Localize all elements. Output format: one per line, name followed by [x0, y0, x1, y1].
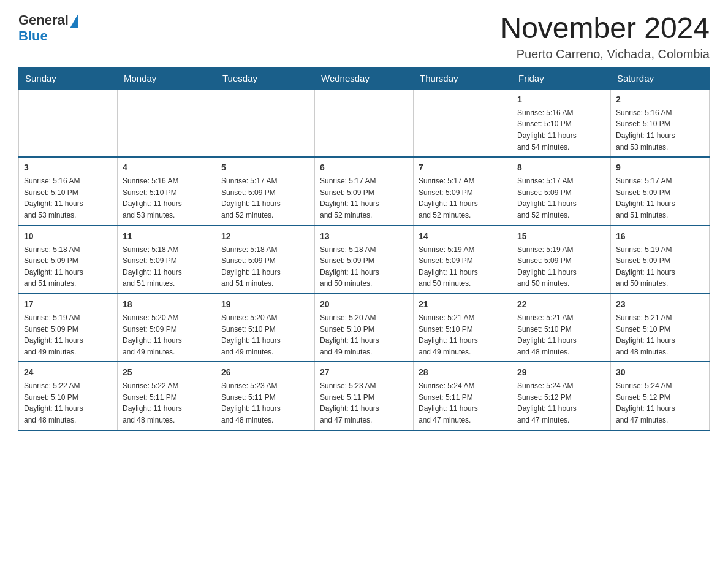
calendar-cell: 26Sunrise: 5:23 AM Sunset: 5:11 PM Dayli…	[216, 362, 315, 430]
logo-triangle-icon	[70, 13, 78, 28]
day-info: Sunrise: 5:23 AM Sunset: 5:11 PM Dayligh…	[320, 380, 408, 426]
calendar-cell: 4Sunrise: 5:16 AM Sunset: 5:10 PM Daylig…	[118, 157, 216, 225]
calendar-cell: 1Sunrise: 5:16 AM Sunset: 5:10 PM Daylig…	[512, 89, 611, 157]
calendar-cell: 29Sunrise: 5:24 AM Sunset: 5:12 PM Dayli…	[512, 362, 611, 430]
calendar-cell: 5Sunrise: 5:17 AM Sunset: 5:09 PM Daylig…	[216, 157, 315, 225]
logo-blue-text: Blue	[18, 28, 48, 44]
day-number: 26	[221, 366, 309, 379]
day-number: 10	[24, 230, 112, 243]
day-info: Sunrise: 5:17 AM Sunset: 5:09 PM Dayligh…	[616, 175, 704, 221]
day-info: Sunrise: 5:20 AM Sunset: 5:10 PM Dayligh…	[320, 312, 408, 358]
day-number: 20	[320, 298, 408, 311]
day-number: 23	[616, 298, 704, 311]
calendar-cell: 24Sunrise: 5:22 AM Sunset: 5:10 PM Dayli…	[19, 362, 118, 430]
column-header-sunday: Sunday	[19, 67, 118, 89]
day-number: 24	[24, 366, 112, 379]
calendar-cell: 2Sunrise: 5:16 AM Sunset: 5:10 PM Daylig…	[611, 89, 710, 157]
location-subtitle: Puerto Carreno, Vichada, Colombia	[500, 47, 710, 61]
calendar-cell: 22Sunrise: 5:21 AM Sunset: 5:10 PM Dayli…	[512, 294, 611, 362]
day-number: 3	[24, 161, 112, 174]
calendar-cell: 20Sunrise: 5:20 AM Sunset: 5:10 PM Dayli…	[315, 294, 414, 362]
calendar-cell: 30Sunrise: 5:24 AM Sunset: 5:12 PM Dayli…	[611, 362, 710, 430]
logo: General Blue	[18, 12, 78, 44]
calendar-cell: 27Sunrise: 5:23 AM Sunset: 5:11 PM Dayli…	[315, 362, 414, 430]
calendar-cell: 10Sunrise: 5:18 AM Sunset: 5:09 PM Dayli…	[19, 226, 118, 294]
column-header-tuesday: Tuesday	[216, 67, 315, 89]
page-header: General Blue November 2024 Puerto Carren…	[18, 12, 710, 61]
day-number: 25	[123, 366, 211, 379]
calendar-cell: 7Sunrise: 5:17 AM Sunset: 5:09 PM Daylig…	[414, 157, 512, 225]
day-info: Sunrise: 5:19 AM Sunset: 5:09 PM Dayligh…	[419, 244, 507, 289]
calendar-cell: 16Sunrise: 5:19 AM Sunset: 5:09 PM Dayli…	[611, 226, 710, 294]
calendar-cell: 8Sunrise: 5:17 AM Sunset: 5:09 PM Daylig…	[512, 157, 611, 225]
logo-general-text: General	[18, 12, 69, 28]
day-number: 19	[221, 298, 309, 311]
day-info: Sunrise: 5:24 AM Sunset: 5:11 PM Dayligh…	[419, 380, 507, 426]
day-number: 17	[24, 298, 112, 311]
day-number: 21	[419, 298, 507, 311]
column-header-friday: Friday	[512, 67, 611, 89]
calendar-week-row: 3Sunrise: 5:16 AM Sunset: 5:10 PM Daylig…	[19, 157, 710, 225]
calendar-cell: 23Sunrise: 5:21 AM Sunset: 5:10 PM Dayli…	[611, 294, 710, 362]
column-header-monday: Monday	[118, 67, 216, 89]
day-info: Sunrise: 5:16 AM Sunset: 5:10 PM Dayligh…	[123, 175, 211, 221]
day-info: Sunrise: 5:16 AM Sunset: 5:10 PM Dayligh…	[616, 107, 704, 153]
day-number: 14	[419, 230, 507, 243]
day-number: 18	[123, 298, 211, 311]
calendar-cell: 6Sunrise: 5:17 AM Sunset: 5:09 PM Daylig…	[315, 157, 414, 225]
calendar-week-row: 17Sunrise: 5:19 AM Sunset: 5:09 PM Dayli…	[19, 294, 710, 362]
day-info: Sunrise: 5:22 AM Sunset: 5:10 PM Dayligh…	[24, 380, 112, 426]
calendar-cell: 17Sunrise: 5:19 AM Sunset: 5:09 PM Dayli…	[19, 294, 118, 362]
day-info: Sunrise: 5:18 AM Sunset: 5:09 PM Dayligh…	[24, 244, 112, 289]
calendar-week-row: 10Sunrise: 5:18 AM Sunset: 5:09 PM Dayli…	[19, 226, 710, 294]
day-number: 28	[419, 366, 507, 379]
calendar-cell: 15Sunrise: 5:19 AM Sunset: 5:09 PM Dayli…	[512, 226, 611, 294]
calendar-cell: 3Sunrise: 5:16 AM Sunset: 5:10 PM Daylig…	[19, 157, 118, 225]
column-header-saturday: Saturday	[611, 67, 710, 89]
day-info: Sunrise: 5:17 AM Sunset: 5:09 PM Dayligh…	[517, 175, 605, 221]
day-number: 6	[320, 161, 408, 174]
calendar-cell: 11Sunrise: 5:18 AM Sunset: 5:09 PM Dayli…	[118, 226, 216, 294]
calendar-cell: 12Sunrise: 5:18 AM Sunset: 5:09 PM Dayli…	[216, 226, 315, 294]
calendar-week-row: 1Sunrise: 5:16 AM Sunset: 5:10 PM Daylig…	[19, 89, 710, 157]
calendar-cell: 18Sunrise: 5:20 AM Sunset: 5:09 PM Dayli…	[118, 294, 216, 362]
day-info: Sunrise: 5:17 AM Sunset: 5:09 PM Dayligh…	[221, 175, 309, 221]
day-number: 22	[517, 298, 605, 311]
day-info: Sunrise: 5:19 AM Sunset: 5:09 PM Dayligh…	[616, 244, 704, 289]
calendar-cell	[118, 89, 216, 157]
day-number: 29	[517, 366, 605, 379]
day-number: 15	[517, 230, 605, 243]
calendar-cell: 13Sunrise: 5:18 AM Sunset: 5:09 PM Dayli…	[315, 226, 414, 294]
day-number: 16	[616, 230, 704, 243]
calendar-cell: 19Sunrise: 5:20 AM Sunset: 5:10 PM Dayli…	[216, 294, 315, 362]
day-number: 2	[616, 93, 704, 106]
day-info: Sunrise: 5:16 AM Sunset: 5:10 PM Dayligh…	[24, 175, 112, 221]
day-info: Sunrise: 5:16 AM Sunset: 5:10 PM Dayligh…	[517, 107, 605, 153]
day-info: Sunrise: 5:20 AM Sunset: 5:09 PM Dayligh…	[123, 312, 211, 358]
calendar-cell	[315, 89, 414, 157]
calendar-cell	[19, 89, 118, 157]
day-info: Sunrise: 5:18 AM Sunset: 5:09 PM Dayligh…	[221, 244, 309, 289]
day-info: Sunrise: 5:17 AM Sunset: 5:09 PM Dayligh…	[419, 175, 507, 221]
calendar-cell	[216, 89, 315, 157]
calendar-table: SundayMondayTuesdayWednesdayThursdayFrid…	[18, 67, 710, 431]
day-info: Sunrise: 5:17 AM Sunset: 5:09 PM Dayligh…	[320, 175, 408, 221]
day-info: Sunrise: 5:24 AM Sunset: 5:12 PM Dayligh…	[616, 380, 704, 426]
day-info: Sunrise: 5:19 AM Sunset: 5:09 PM Dayligh…	[517, 244, 605, 289]
day-number: 4	[123, 161, 211, 174]
calendar-week-row: 24Sunrise: 5:22 AM Sunset: 5:10 PM Dayli…	[19, 362, 710, 430]
day-number: 27	[320, 366, 408, 379]
calendar-cell: 9Sunrise: 5:17 AM Sunset: 5:09 PM Daylig…	[611, 157, 710, 225]
column-header-thursday: Thursday	[414, 67, 512, 89]
day-number: 11	[123, 230, 211, 243]
day-info: Sunrise: 5:21 AM Sunset: 5:10 PM Dayligh…	[419, 312, 507, 358]
day-info: Sunrise: 5:19 AM Sunset: 5:09 PM Dayligh…	[24, 312, 112, 358]
title-block: November 2024 Puerto Carreno, Vichada, C…	[500, 12, 710, 61]
calendar-cell: 21Sunrise: 5:21 AM Sunset: 5:10 PM Dayli…	[414, 294, 512, 362]
day-info: Sunrise: 5:24 AM Sunset: 5:12 PM Dayligh…	[517, 380, 605, 426]
day-info: Sunrise: 5:18 AM Sunset: 5:09 PM Dayligh…	[123, 244, 211, 289]
day-number: 12	[221, 230, 309, 243]
day-info: Sunrise: 5:18 AM Sunset: 5:09 PM Dayligh…	[320, 244, 408, 289]
day-info: Sunrise: 5:21 AM Sunset: 5:10 PM Dayligh…	[517, 312, 605, 358]
day-number: 7	[419, 161, 507, 174]
